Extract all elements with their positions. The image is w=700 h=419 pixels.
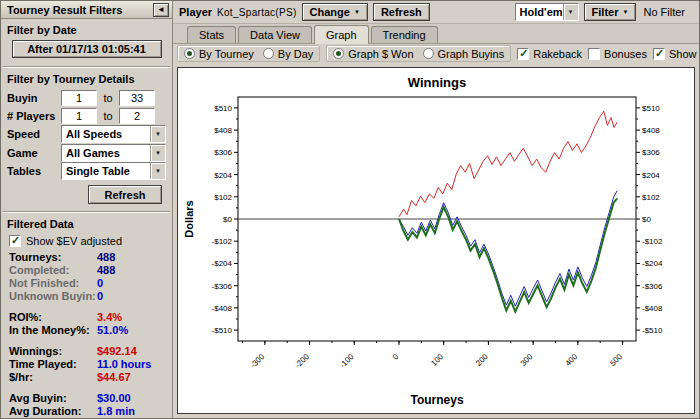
speed-select-value: All Speeds bbox=[66, 128, 150, 140]
stat-avg-duration: Avg Duration: 1.8 min bbox=[1, 405, 172, 417]
svg-text:0: 0 bbox=[391, 351, 401, 361]
checkbox-show-luck-adjusted[interactable]: Show Luck Adjusted Win bbox=[653, 48, 699, 60]
filter-details-header: Filter by Tourney Details bbox=[1, 68, 172, 88]
collapse-panel-button[interactable]: ◄ bbox=[153, 3, 169, 17]
checkbox-bonuses[interactable]: Bonuses bbox=[588, 48, 647, 60]
radio-icon[interactable] bbox=[333, 48, 344, 59]
stat-completed: Completed: 488 bbox=[1, 264, 172, 276]
svg-text:$306: $306 bbox=[214, 148, 232, 157]
buyin-from-input[interactable] bbox=[61, 90, 97, 106]
player-label: Player bbox=[179, 6, 212, 18]
buyin-to-word: to bbox=[101, 92, 115, 104]
radio-icon[interactable] bbox=[423, 48, 434, 59]
radio-icon[interactable] bbox=[263, 48, 274, 59]
svg-text:Tourneys: Tourneys bbox=[410, 393, 463, 407]
svg-text:-$306: -$306 bbox=[212, 281, 233, 290]
svg-text:-$408: -$408 bbox=[642, 303, 663, 312]
chevron-down-icon[interactable]: ▼ bbox=[150, 126, 165, 142]
svg-text:-$102: -$102 bbox=[212, 237, 233, 246]
refresh-player-button[interactable]: Refresh bbox=[373, 3, 430, 21]
svg-text:$408: $408 bbox=[214, 126, 232, 135]
game-row: Game All Games ▼ bbox=[1, 143, 172, 161]
svg-text:-$510: -$510 bbox=[212, 326, 233, 335]
tab-data-view[interactable]: Data View bbox=[238, 26, 312, 43]
svg-text:300: 300 bbox=[519, 351, 535, 367]
players-label: # Players bbox=[7, 110, 57, 122]
chevron-down-icon[interactable]: ▼ bbox=[563, 4, 578, 20]
date-filter-button[interactable]: After 01/17/13 01:05:41 bbox=[12, 40, 162, 58]
svg-text:$204: $204 bbox=[642, 170, 660, 179]
filters-panel: Tourney Result Filters ◄ Filter by Date … bbox=[1, 1, 173, 418]
radio-graph-won[interactable]: Graph $ Won bbox=[333, 48, 413, 60]
svg-text:$0: $0 bbox=[223, 215, 232, 224]
svg-text:-$102: -$102 bbox=[642, 237, 663, 246]
svg-text:Winnings: Winnings bbox=[408, 75, 466, 90]
svg-text:$102: $102 bbox=[214, 192, 232, 201]
chevron-down-icon[interactable]: ▼ bbox=[150, 145, 165, 161]
group-by-group: By Tourney By Day bbox=[177, 45, 320, 62]
svg-text:-100: -100 bbox=[338, 351, 356, 369]
checkbox-icon[interactable] bbox=[517, 48, 529, 60]
players-from-input[interactable] bbox=[61, 108, 97, 124]
svg-text:$102: $102 bbox=[642, 192, 660, 201]
speed-select[interactable]: All Speeds ▼ bbox=[61, 125, 166, 143]
filters-panel-title: Tourney Result Filters bbox=[7, 4, 122, 16]
svg-text:-$306: -$306 bbox=[642, 281, 663, 290]
svg-text:-$510: -$510 bbox=[642, 326, 663, 335]
buyin-to-input[interactable] bbox=[119, 90, 155, 106]
svg-text:500: 500 bbox=[608, 351, 624, 367]
radio-by-tourney[interactable]: By Tourney bbox=[184, 48, 254, 60]
tab-graph[interactable]: Graph bbox=[314, 25, 369, 44]
tab-strip: Stats Data View Graph Trending bbox=[173, 24, 699, 44]
stat-roi: ROI%: 3.4% bbox=[1, 311, 172, 323]
svg-text:-$204: -$204 bbox=[642, 259, 663, 268]
checkbox-rakeback[interactable]: Rakeback bbox=[517, 48, 582, 60]
show-ev-checkbox-icon[interactable] bbox=[9, 235, 21, 247]
stat-hourly: $/hr: $44.67 bbox=[1, 371, 172, 383]
players-to-input[interactable] bbox=[119, 108, 155, 124]
refresh-row: Refresh bbox=[1, 180, 172, 206]
buyin-label: Buyin bbox=[7, 92, 57, 104]
game-select[interactable]: All Games ▼ bbox=[61, 144, 166, 162]
radio-graph-buyins[interactable]: Graph Buyins bbox=[423, 48, 505, 60]
players-to-word: to bbox=[101, 110, 115, 122]
tables-label: Tables bbox=[7, 165, 57, 177]
speed-label: Speed bbox=[7, 128, 57, 140]
radio-icon[interactable] bbox=[184, 48, 195, 59]
svg-text:Dollars: Dollars bbox=[183, 200, 195, 237]
tab-trending[interactable]: Trending bbox=[371, 26, 438, 43]
game-type-select[interactable]: Hold'em ▼ bbox=[515, 3, 579, 21]
game-label: Game bbox=[7, 147, 57, 159]
radio-by-day[interactable]: By Day bbox=[263, 48, 313, 60]
stat-unknown-buyin: Unknown Buyin: 0 bbox=[1, 290, 172, 302]
app-window: Tourney Result Filters ◄ Filter by Date … bbox=[0, 0, 700, 419]
svg-text:$408: $408 bbox=[642, 126, 660, 135]
game-select-value: All Games bbox=[66, 147, 150, 159]
player-name: Kot_Spartac(PS) bbox=[217, 7, 297, 18]
svg-text:100: 100 bbox=[429, 351, 445, 367]
chevron-down-icon: ▼ bbox=[354, 9, 360, 15]
filter-status: No Filter bbox=[643, 6, 685, 18]
stat-time-played: Time Played: 11.0 hours bbox=[1, 358, 172, 370]
svg-text:200: 200 bbox=[474, 351, 490, 367]
filtered-data-header: Filtered Data bbox=[1, 213, 172, 233]
filters-panel-titlebar: Tourney Result Filters ◄ bbox=[1, 1, 172, 19]
refresh-filters-button[interactable]: Refresh bbox=[88, 185, 162, 204]
svg-text:-$204: -$204 bbox=[212, 259, 233, 268]
winnings-chart: WinningsDollarsTourneys$510$510$408$408$… bbox=[182, 73, 690, 409]
stat-tourneys: Tourneys: 488 bbox=[1, 251, 172, 263]
change-player-button[interactable]: Change ▼ bbox=[302, 3, 368, 21]
filter-button[interactable]: Filter ▼ bbox=[584, 3, 637, 21]
checkbox-icon[interactable] bbox=[588, 48, 600, 60]
stat-avg-buyin: Avg Buyin: $30.00 bbox=[1, 392, 172, 404]
svg-text:$0: $0 bbox=[642, 215, 651, 224]
tables-select[interactable]: Single Table ▼ bbox=[61, 162, 166, 180]
stat-winnings: Winnings: $492.14 bbox=[1, 345, 172, 357]
show-ev-checkbox-row[interactable]: Show $EV adjusted bbox=[1, 233, 172, 251]
svg-text:400: 400 bbox=[563, 351, 579, 367]
chevron-down-icon[interactable]: ▼ bbox=[150, 163, 165, 179]
checkbox-icon[interactable] bbox=[653, 48, 665, 60]
main-area: Player Kot_Spartac(PS) Change ▼ Refresh … bbox=[173, 1, 699, 418]
svg-text:$510: $510 bbox=[642, 103, 660, 112]
tab-stats[interactable]: Stats bbox=[187, 26, 236, 43]
